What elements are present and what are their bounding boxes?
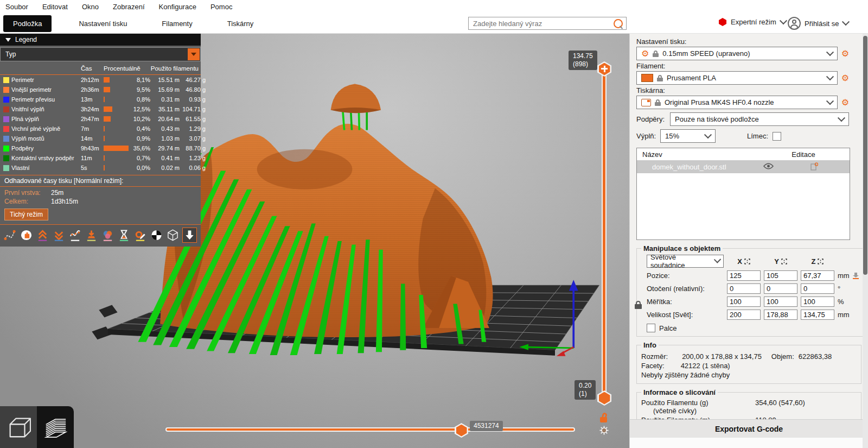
tab-tiskarny[interactable]: Tiskárny <box>220 15 261 32</box>
rotation-z-input[interactable] <box>801 283 834 294</box>
position-z-input[interactable] <box>801 270 834 281</box>
wipe-icon[interactable] <box>20 228 33 242</box>
seams-icon[interactable] <box>68 228 82 242</box>
view-mode-switch <box>0 406 74 448</box>
search-icon[interactable] <box>614 19 623 28</box>
position-x-input[interactable] <box>727 270 761 281</box>
axis-z-header: Z <box>801 257 834 266</box>
feature-color-swatch <box>3 87 9 93</box>
scale-z-input[interactable] <box>801 296 834 307</box>
menu-pomoc[interactable]: Pomoc <box>210 3 232 11</box>
legend-header[interactable]: Legend <box>0 34 201 46</box>
search-box[interactable] <box>468 17 627 30</box>
slider-gear-icon[interactable] <box>599 426 609 437</box>
supports-combo[interactable]: Pouze na tiskové podložce <box>670 112 849 126</box>
size-y-input[interactable] <box>764 310 797 320</box>
printer-gear-button[interactable]: ⚙ <box>841 98 849 107</box>
size-z-input[interactable] <box>801 310 834 320</box>
brim-checkbox[interactable] <box>773 132 781 141</box>
scrollbar-thumb[interactable] <box>863 36 867 275</box>
print-settings-gear-button[interactable]: ⚙ <box>841 49 849 58</box>
legend-row: Výplň mostů14m0,9%1.03 m3.07 g <box>0 134 201 143</box>
color-changes-icon[interactable] <box>101 228 114 242</box>
dropdown-arrow-icon[interactable] <box>188 48 200 60</box>
facets-label: Facety: <box>641 362 665 370</box>
menu-konfigurace[interactable]: Konfigurace <box>159 3 196 11</box>
retractions-icon[interactable] <box>36 228 49 242</box>
chevron-down-icon <box>826 97 834 105</box>
menu-soubor[interactable]: Soubor <box>5 3 28 11</box>
login-control[interactable]: Přihlásit se <box>788 17 848 30</box>
size-x-input[interactable] <box>727 310 761 320</box>
slider-lock-icon[interactable] <box>599 413 608 423</box>
coordinates-value: Světové souřadnice <box>650 253 709 269</box>
move-slider-track[interactable] <box>165 427 575 432</box>
scale-lock-icon[interactable] <box>635 301 642 309</box>
inches-checkbox[interactable] <box>647 324 655 332</box>
feature-color-swatch <box>3 77 9 83</box>
scale-y-input[interactable] <box>764 296 797 307</box>
edit-object-icon[interactable] <box>784 162 844 172</box>
print-settings-value: 0.15mm SPEED (upraveno) <box>662 49 750 58</box>
percent-bar <box>104 106 112 112</box>
visibility-eye-icon[interactable] <box>752 163 784 171</box>
mode-selector[interactable]: Expertní režim <box>719 18 786 26</box>
search-input[interactable] <box>472 19 614 28</box>
layer-slider-track[interactable] <box>602 70 607 399</box>
sidebar-footer <box>630 438 868 448</box>
lock-icon <box>655 99 661 106</box>
tool-changes-icon[interactable] <box>85 228 98 242</box>
tab-nastaveni-tisku[interactable]: Nastavení tisku <box>71 15 135 32</box>
feature-color-swatch <box>3 136 9 142</box>
position-label: Pozice: <box>647 272 724 280</box>
rotation-y-input[interactable] <box>764 283 797 294</box>
axis-frame-icon <box>818 258 824 264</box>
filament-gear-button[interactable]: ⚙ <box>841 74 849 83</box>
size-label: Velikost [Svět]: <box>647 311 724 319</box>
menu-okno[interactable]: Okno <box>82 3 99 11</box>
estimates-title: Odhadované časy tisku [Normální režim]: <box>0 175 201 186</box>
center-of-gravity-icon[interactable] <box>150 228 163 242</box>
filament-combo[interactable]: Prusament PLA <box>636 71 838 85</box>
export-gcode-button[interactable]: Exportovat G-code <box>630 419 868 438</box>
tab-podlozka[interactable]: Podložka <box>3 15 52 32</box>
printer-label: Tiskárna: <box>636 86 868 94</box>
infill-label: Výplň: <box>636 132 660 140</box>
drop-to-bed-icon[interactable] <box>852 272 859 279</box>
travel-icon[interactable] <box>3 228 17 242</box>
move-slider-tooltip: 4531274 <box>470 421 503 431</box>
editor-view-button[interactable] <box>0 406 37 448</box>
layer-slider-bottom-tooltip: 0.20(1) <box>575 380 596 400</box>
shells-icon[interactable] <box>166 228 180 242</box>
model-top-cap <box>331 84 381 130</box>
infill-combo[interactable]: 15% <box>660 129 716 143</box>
percent-bar <box>104 126 105 131</box>
object-row[interactable]: domek_without_door.stl <box>637 161 850 173</box>
menu-editovat[interactable]: Editovat <box>42 3 68 11</box>
position-y-input[interactable] <box>764 270 797 281</box>
info-title: Info <box>641 341 659 349</box>
arrow-down-icon[interactable] <box>182 228 197 243</box>
pause-prints-icon[interactable] <box>117 228 131 242</box>
rotation-x-input[interactable] <box>727 283 761 294</box>
preset-gear-icon: ⚙ <box>641 49 649 58</box>
deretractions-icon[interactable] <box>52 228 66 242</box>
feature-color-swatch <box>3 155 9 161</box>
chevron-down-icon <box>842 18 850 26</box>
view-type-dropdown[interactable]: Typ <box>0 47 201 61</box>
percent-bar <box>104 87 110 92</box>
printer-combo[interactable]: Original Prusa MK4S HF0.4 nozzle <box>636 96 838 109</box>
coordinates-combo[interactable]: Světové souřadnice <box>647 255 724 268</box>
printer-icon <box>641 99 651 106</box>
feature-color-swatch <box>3 165 9 171</box>
tab-filamenty[interactable]: Filamenty <box>154 15 200 32</box>
feature-color-swatch <box>3 116 9 122</box>
scale-x-input[interactable] <box>727 296 761 307</box>
preview-view-button[interactable] <box>37 406 74 448</box>
print-settings-combo[interactable]: ⚙ 0.15mm SPEED (upraveno) <box>636 47 838 60</box>
sidebar-scrollbar[interactable] <box>863 34 868 448</box>
menu-zobrazeni[interactable]: Zobrazení <box>113 3 145 11</box>
legend-row: Vnější perimetr2h36m9,5%15.69 m46.80 g <box>0 85 201 94</box>
stealth-mode-button[interactable]: Tichý režim <box>4 209 48 220</box>
custom-gcode-icon[interactable] <box>133 228 147 242</box>
